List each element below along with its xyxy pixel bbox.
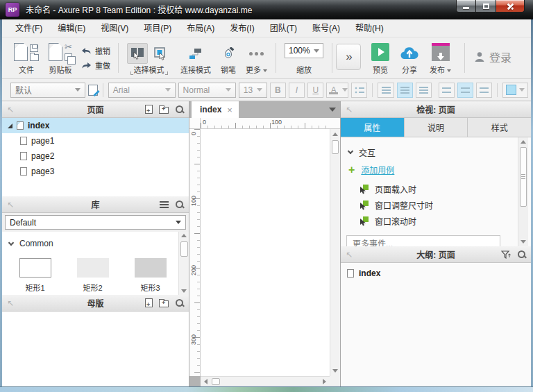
interaction-section[interactable]: 交互 [341,146,517,158]
scrollbar-thumb[interactable] [520,147,527,207]
page-tree-item-page2[interactable]: page2 [2,148,189,164]
widget-rect3[interactable]: 矩形3 [135,258,167,293]
scroll-up-icon[interactable] [332,133,338,136]
add-case-link[interactable]: + 添加用例 [341,164,517,176]
preview-group[interactable]: 预览 [366,37,394,78]
library-menu-icon[interactable] [160,201,169,208]
widget-rect1[interactable]: 矩形1 [19,258,51,293]
bullet-list-button[interactable] [351,83,367,98]
scrollbar-thumb[interactable] [332,140,339,154]
tab-notes[interactable]: 说明 [405,118,468,137]
align-left-button[interactable] [378,83,394,98]
outline-item-index[interactable]: index [341,263,531,278]
align-top-button[interactable] [439,83,455,98]
add-folder-icon[interactable] [159,107,169,114]
canvas-vertical-scrollbar[interactable] [330,129,340,376]
intersect-select-button[interactable] [127,43,148,64]
event-window-resize[interactable]: 窗口调整尺寸时 [341,199,517,211]
menu-file[interactable]: 文件(F) [8,19,50,37]
font-weight-select[interactable]: Normal [178,83,236,98]
redo-button[interactable]: 重做 [81,60,110,71]
font-family-select[interactable]: Arial [108,83,176,98]
fill-color-button[interactable] [502,83,528,98]
collapse-panel-icon[interactable]: ↖ [7,200,14,210]
add-page-icon[interactable] [145,105,153,114]
collapse-panel-icon[interactable]: ↖ [346,105,353,114]
scroll-down-icon[interactable] [332,369,338,373]
canvas-tab-index[interactable]: index × [192,101,239,118]
add-master-icon[interactable] [145,298,153,307]
scroll-right-icon[interactable] [323,379,326,384]
library-section-common[interactable]: Common [2,232,189,248]
copy-icon[interactable] [65,53,72,61]
style-preset-select[interactable]: 默认 [10,83,85,98]
share-group[interactable]: 分享 [394,37,425,78]
new-file-icon[interactable] [14,43,28,61]
align-right-button[interactable] [416,83,432,98]
paste-icon[interactable] [49,43,62,61]
close-button[interactable] [496,0,525,12]
library-scrollbar[interactable] [178,232,189,295]
font-color-button[interactable]: A [326,83,348,98]
inspector-scrollbar[interactable] [518,137,528,246]
collapse-panel-icon[interactable]: ↖ [346,250,353,259]
widget-rect2[interactable]: 矩形2 [77,258,109,293]
menu-account[interactable]: 账号(A) [305,19,348,37]
zoom-select[interactable]: 100% [285,43,323,58]
save-icon[interactable] [30,44,38,52]
scroll-down-icon[interactable] [521,240,526,244]
align-bottom-button[interactable] [476,83,492,98]
tab-list-dropdown-icon[interactable] [329,108,336,112]
more-events-button[interactable]: 更多事件... [346,235,500,246]
page-tree-item-page1[interactable]: page1 [2,133,189,148]
scroll-left-icon[interactable] [204,379,208,384]
scroll-up-icon[interactable] [181,234,187,237]
search-icon[interactable] [175,298,184,307]
cut-icon[interactable]: ✂ [65,43,72,51]
italic-button[interactable]: I [289,83,305,98]
scrollbar-thumb[interactable] [180,241,188,257]
menu-team[interactable]: 团队(T) [262,19,305,37]
canvas-horizontal-scrollbar[interactable] [201,376,330,386]
tab-properties[interactable]: 属性 [341,118,405,137]
underline-button[interactable]: U [307,83,323,98]
contain-select-button[interactable] [150,43,171,64]
publish-group[interactable]: 发布 [425,37,456,78]
expand-toolbar-button[interactable]: » [336,44,361,70]
menu-layout[interactable]: 布局(A) [179,19,222,37]
connect-mode-group[interactable]: 连接模式 [176,37,216,78]
minimize-button[interactable] [456,0,476,12]
maximize-button[interactable] [476,0,496,12]
open-icon[interactable] [30,54,39,61]
menu-view[interactable]: 视图(V) [93,19,136,37]
clipboard-group[interactable]: ✂ 剪贴板 [44,37,77,78]
menu-publish[interactable]: 发布(I) [222,19,262,37]
expander-icon[interactable] [8,123,12,128]
menu-edit[interactable]: 编辑(E) [50,19,93,37]
page-tree-item-index[interactable]: index [2,118,189,133]
design-canvas[interactable] [201,129,330,376]
search-icon[interactable] [175,105,184,114]
scroll-down-icon[interactable] [181,289,187,293]
undo-button[interactable]: 撤销 [81,45,110,56]
event-window-scroll[interactable]: 窗口滚动时 [341,215,517,227]
page-tree-item-page3[interactable]: page3 [2,164,189,179]
edit-style-icon[interactable] [88,85,98,96]
align-middle-button[interactable] [457,83,473,98]
font-size-select[interactable]: 13 [239,83,267,98]
tab-style[interactable]: 样式 [468,118,531,137]
scroll-up-icon[interactable] [521,140,526,144]
collapse-panel-icon[interactable]: ↖ [7,298,14,308]
align-center-button[interactable] [397,83,413,98]
menu-project[interactable]: 项目(P) [136,19,179,37]
event-page-load[interactable]: 页面载入时 [341,183,517,195]
bold-button[interactable]: B [270,83,286,98]
collapse-panel-icon[interactable]: ↖ [7,105,14,114]
scrollbar-thumb[interactable] [212,378,220,385]
search-icon[interactable] [517,250,526,259]
menu-help[interactable]: 帮助(H) [348,19,391,37]
more-tools-group[interactable]: 更多 [241,37,272,78]
filter-icon[interactable] [501,250,511,259]
add-folder-icon[interactable] [159,300,169,307]
search-icon[interactable] [175,200,184,209]
